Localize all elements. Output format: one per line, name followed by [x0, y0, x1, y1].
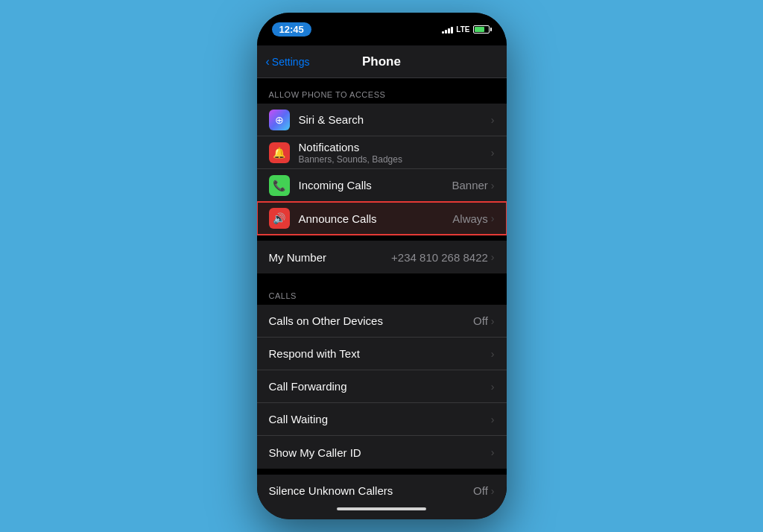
announce-calls-content: Announce Calls: [299, 212, 453, 225]
bottom-section-list: Silence Unknown Callers Off › Blocked Co…: [257, 475, 507, 498]
back-label: Settings: [272, 56, 310, 68]
incoming-calls-icon-char: 📞: [273, 180, 285, 191]
caller-id-right: ›: [491, 446, 495, 458]
announce-calls-chevron-icon: ›: [491, 212, 495, 224]
call-waiting-content: Call Waiting: [269, 413, 491, 425]
silence-unknown-label: Silence Unknown Callers: [269, 484, 474, 497]
battery: [473, 25, 492, 34]
notifications-item-sublabel: Banners, Sounds, Badges: [299, 154, 491, 165]
siri-icon: ⊕: [269, 110, 290, 130]
call-waiting-right: ›: [491, 414, 495, 425]
calls-other-devices-content: Calls on Other Devices: [269, 314, 474, 327]
battery-body: [473, 25, 490, 34]
calls-other-devices-item[interactable]: Calls on Other Devices Off ›: [257, 305, 507, 338]
calls-other-devices-chevron-icon: ›: [491, 315, 495, 327]
page-title: Phone: [362, 54, 401, 69]
announce-calls-item[interactable]: 🔊 Announce Calls Always ›: [257, 202, 507, 235]
notifications-item-right: ›: [491, 147, 495, 159]
call-forwarding-right: ›: [491, 381, 495, 393]
allow-section-list: ⊕ Siri & Search › 🔔 Notifications Banner…: [257, 104, 507, 235]
announce-calls-icon-char: 🔊: [273, 212, 285, 224]
call-forwarding-content: Call Forwarding: [269, 380, 491, 393]
silence-unknown-right: Off ›: [473, 484, 494, 497]
call-forwarding-label: Call Forwarding: [269, 380, 491, 393]
incoming-calls-right: Banner ›: [452, 179, 494, 191]
respond-text-chevron-icon: ›: [491, 348, 495, 360]
my-number-content: My Number: [269, 251, 392, 264]
my-number-item[interactable]: My Number +234 810 268 8422 ›: [257, 241, 507, 273]
incoming-calls-chevron-icon: ›: [491, 180, 495, 191]
status-bar: 12:45 LTE: [257, 13, 507, 45]
respond-text-label: Respond with Text: [269, 347, 491, 360]
announce-calls-value: Always: [452, 212, 488, 225]
siri-item-content: Siri & Search: [299, 113, 491, 126]
home-indicator: [257, 498, 507, 519]
silence-unknown-chevron-icon: ›: [491, 485, 495, 497]
my-number-right: +234 810 268 8422 ›: [391, 251, 494, 264]
silence-unknown-value: Off: [473, 484, 488, 497]
battery-tip: [490, 28, 492, 31]
calls-other-devices-right: Off ›: [473, 314, 494, 327]
signal-bar-4: [451, 27, 453, 34]
my-number-section: My Number +234 810 268 8422 ›: [257, 241, 507, 273]
call-forwarding-item[interactable]: Call Forwarding ›: [257, 370, 507, 403]
caller-id-label: Show My Caller ID: [269, 446, 491, 459]
notifications-chevron-icon: ›: [491, 147, 495, 159]
allow-section-header: ALLOW PHONE TO ACCESS: [257, 78, 507, 104]
siri-icon-char: ⊕: [275, 114, 284, 126]
signal-bar-3: [448, 28, 450, 34]
my-number-chevron-icon: ›: [491, 251, 495, 263]
siri-icon-inner: ⊕: [269, 110, 290, 130]
my-number-label: My Number: [269, 251, 392, 264]
notifications-item[interactable]: 🔔 Notifications Banners, Sounds, Badges …: [257, 136, 507, 169]
home-bar: [337, 507, 426, 510]
calls-other-devices-label: Calls on Other Devices: [269, 314, 474, 327]
call-waiting-chevron-icon: ›: [491, 414, 495, 425]
caller-id-chevron-icon: ›: [491, 446, 495, 458]
incoming-calls-icon: 📞: [269, 175, 290, 196]
siri-chevron-icon: ›: [491, 114, 495, 126]
lte-badge: LTE: [456, 25, 469, 34]
silence-unknown-content: Silence Unknown Callers: [269, 484, 474, 497]
calls-section-header: CALLS: [257, 279, 507, 305]
incoming-calls-label: Incoming Calls: [299, 179, 452, 191]
nav-bar: ‹ Settings Phone: [257, 45, 507, 78]
signal-bar-2: [445, 30, 447, 34]
call-waiting-label: Call Waiting: [269, 413, 491, 425]
my-number-value: +234 810 268 8422: [391, 251, 488, 264]
announce-calls-right: Always ›: [452, 212, 494, 225]
battery-fill: [475, 27, 485, 32]
incoming-calls-item[interactable]: 📞 Incoming Calls Banner ›: [257, 169, 507, 202]
back-chevron-icon: ‹: [266, 55, 270, 69]
calls-other-devices-value: Off: [473, 314, 488, 327]
notifications-icon-char: 🔔: [273, 147, 285, 159]
respond-text-content: Respond with Text: [269, 347, 491, 360]
incoming-calls-value: Banner: [452, 179, 487, 191]
back-button[interactable]: ‹ Settings: [266, 55, 310, 69]
siri-item-label: Siri & Search: [299, 113, 491, 126]
calls-section-list: Calls on Other Devices Off › Respond wit…: [257, 305, 507, 469]
phone-frame: 12:45 LTE ‹ Settings Phone: [257, 13, 507, 519]
notifications-item-label: Notifications: [299, 141, 491, 153]
announce-calls-icon: 🔊: [269, 208, 290, 229]
siri-search-item[interactable]: ⊕ Siri & Search ›: [257, 104, 507, 136]
call-waiting-item[interactable]: Call Waiting ›: [257, 403, 507, 436]
silence-unknown-item[interactable]: Silence Unknown Callers Off ›: [257, 475, 507, 498]
call-forwarding-chevron-icon: ›: [491, 381, 495, 393]
notifications-item-content: Notifications Banners, Sounds, Badges: [299, 141, 491, 165]
incoming-calls-content: Incoming Calls: [299, 179, 452, 191]
caller-id-item[interactable]: Show My Caller ID ›: [257, 436, 507, 469]
respond-text-right: ›: [491, 348, 495, 360]
status-right: LTE: [442, 25, 491, 34]
content-area: ALLOW PHONE TO ACCESS ⊕ Siri & Search ›: [257, 78, 507, 498]
siri-item-right: ›: [491, 114, 495, 126]
notifications-icon: 🔔: [269, 142, 290, 163]
status-time: 12:45: [272, 22, 311, 37]
signal-bars: [442, 25, 453, 34]
respond-text-item[interactable]: Respond with Text ›: [257, 338, 507, 370]
caller-id-content: Show My Caller ID: [269, 446, 491, 459]
signal-bar-1: [442, 31, 444, 34]
announce-calls-label: Announce Calls: [299, 212, 453, 225]
